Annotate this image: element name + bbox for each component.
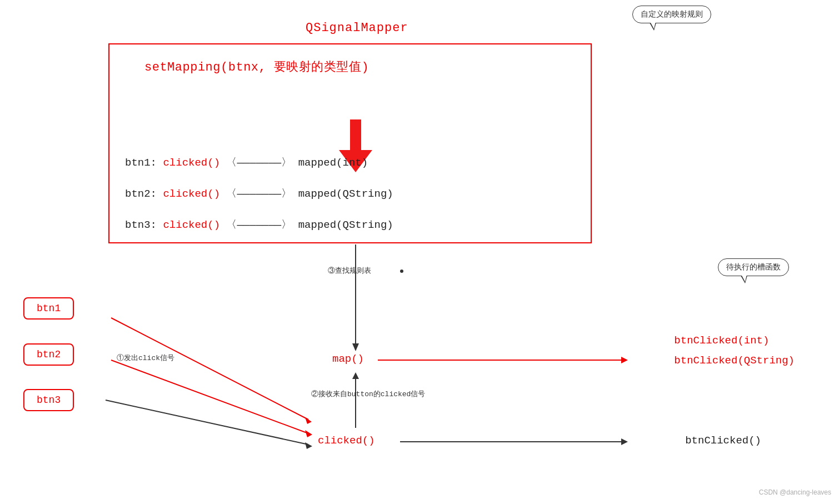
svg-line-11: [111, 360, 308, 433]
btn-clicked-black: btnClicked(): [685, 435, 761, 447]
map-label: map(): [332, 353, 364, 365]
annot-receive-signal: ②接收来自button的clicked信号: [311, 389, 425, 399]
annot-find-rules: ③查找规则表: [328, 266, 371, 276]
btn3-arrow: 〈———————〉: [220, 219, 298, 231]
btn2-mapped: mapped(QString): [298, 188, 393, 200]
diagram: QSignalMapper 自定义的映射规则 setMapping(btnx, …: [0, 0, 839, 504]
csdn-label: CSDN @dancing-leaves: [759, 488, 831, 496]
qsignalmapper-label: QSignalMapper: [306, 21, 408, 35]
btn3-mapped: mapped(QString): [298, 219, 393, 231]
svg-marker-12: [305, 430, 312, 437]
bubble-bottom: 待执行的槽函数: [718, 258, 789, 276]
bubble-top: 自定义的映射规则: [632, 6, 711, 23]
mapping-row-1: btn1: clicked() 〈———————〉 mapped(int): [125, 147, 393, 178]
svg-marker-10: [305, 417, 312, 424]
btn2-arrow: 〈———————〉: [220, 188, 298, 200]
clicked-label: clicked(): [318, 435, 375, 447]
btn-mappings: btn1: clicked() 〈———————〉 mapped(int) bt…: [125, 147, 393, 241]
btn-clicked-qstring: btnClicked(QString): [674, 351, 795, 371]
btn1-mapped: mapped(int): [298, 157, 368, 169]
btn3-label: btn3:: [125, 219, 163, 231]
btn1-arrow: 〈———————〉: [220, 157, 298, 169]
btn3-box: btn3: [23, 389, 74, 411]
svg-line-9: [111, 318, 308, 420]
setmapping-label: setMapping(btnx, 要映射的类型值): [144, 58, 369, 75]
btn-clicked-int: btnClicked(int): [674, 331, 795, 351]
dot-annot: [400, 270, 403, 273]
svg-marker-14: [305, 442, 312, 449]
btn2-box: btn2: [23, 343, 74, 366]
svg-marker-8: [621, 438, 628, 445]
btn1-label: btn1:: [125, 157, 163, 169]
btn2-label: btn2:: [125, 188, 163, 200]
btn1-box: btn1: [23, 297, 74, 320]
btn3-clicked: clicked(): [163, 219, 220, 231]
btn-clicked-right: btnClicked(int) btnClicked(QString): [674, 331, 795, 371]
btn1-clicked: clicked(): [163, 157, 220, 169]
annot-click-signal: ①发出click信号: [117, 353, 174, 363]
mapping-row-3: btn3: clicked() 〈———————〉 mapped(QString…: [125, 209, 393, 241]
svg-marker-6: [352, 372, 359, 379]
svg-marker-2: [352, 343, 359, 351]
mapping-row-2: btn2: clicked() 〈———————〉 mapped(QString…: [125, 178, 393, 209]
btn2-clicked: clicked(): [163, 188, 220, 200]
svg-line-13: [106, 400, 308, 445]
svg-marker-4: [621, 357, 628, 363]
